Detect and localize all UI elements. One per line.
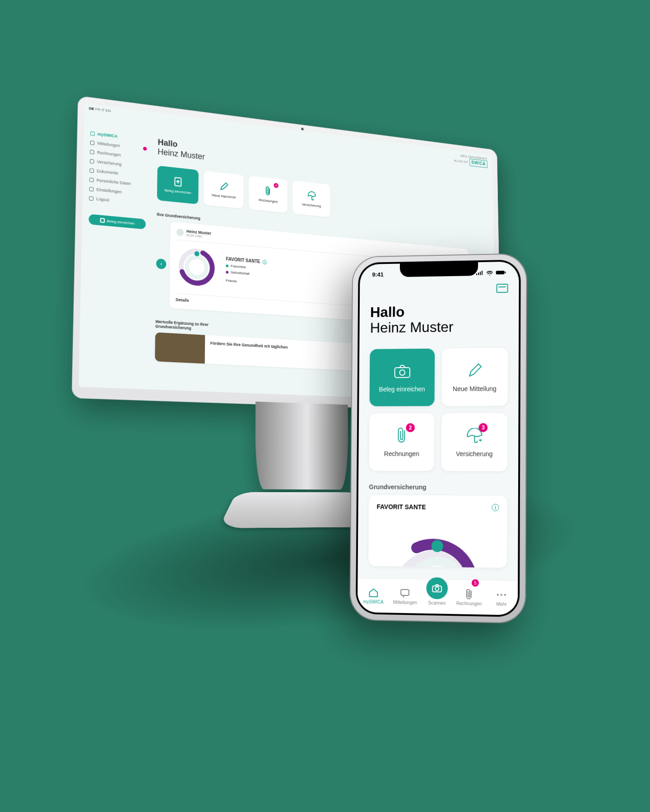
battery-icon <box>496 269 506 275</box>
tile-invoices[interactable]: 4 Rechnungen <box>249 175 288 213</box>
shield-icon <box>90 159 94 163</box>
badge: 4 <box>274 183 278 188</box>
monitor-stand <box>241 401 361 559</box>
badge: 2 <box>406 423 415 432</box>
paperclip-icon <box>264 186 273 197</box>
carousel-prev-button[interactable]: ‹ <box>156 258 166 269</box>
logout-icon <box>89 196 93 200</box>
webcam <box>301 128 303 130</box>
promo-title: Fördern Sie Ihre Gesundheit mit tägliche… <box>210 335 292 368</box>
insurance-section-label: Grundversicherung <box>369 484 507 492</box>
user-icon <box>89 177 94 182</box>
invoice-icon <box>90 149 94 154</box>
svg-point-9 <box>399 370 405 375</box>
tile-new-message[interactable]: Neue Mitteilung <box>441 348 508 406</box>
camera-icon <box>393 362 411 380</box>
legend-dot <box>226 271 228 273</box>
tile-submit-receipt[interactable]: Beleg einreichen <box>370 349 435 406</box>
status-time: 9:41 <box>372 271 383 278</box>
home-icon <box>368 587 379 598</box>
home-icon <box>90 131 95 136</box>
wifi-icon <box>486 270 493 275</box>
tab-mitteilungen[interactable]: Mitteilungen <box>389 579 421 613</box>
badge: 3 <box>478 423 488 432</box>
greeting-title: Hallo Heinz Muster <box>370 303 508 336</box>
svg-rect-0 <box>101 218 105 222</box>
promo-image <box>155 332 205 364</box>
tile-submit-receipt[interactable]: Beleg einreichen <box>157 166 199 204</box>
action-tiles: Beleg einreichen Neue Mitteilung 2 Rechn… <box>369 348 508 471</box>
svg-rect-11 <box>401 589 409 595</box>
badge: 5 <box>472 579 479 586</box>
tile-new-message[interactable]: Neue Nachricht <box>204 171 244 208</box>
document-icon <box>90 168 94 173</box>
svg-point-15 <box>501 594 502 595</box>
more-icon <box>496 589 507 600</box>
avatar <box>176 228 184 236</box>
pencil-icon <box>467 362 483 380</box>
svg-point-4 <box>187 256 207 278</box>
coverage-donut <box>388 516 487 568</box>
insurance-card[interactable]: FAVORIT SANTEi <box>368 495 507 568</box>
sidebar: mySWICA Mitteilungen Rechnungen Versiche… <box>79 103 153 389</box>
tab-more[interactable]: Mehr <box>485 581 518 615</box>
notification-badge <box>143 147 147 151</box>
svg-rect-8 <box>395 368 409 378</box>
coverage-donut <box>176 245 218 290</box>
upload-icon <box>173 176 183 187</box>
pencil-icon <box>219 181 228 192</box>
submit-receipt-button[interactable]: Beleg einreichen <box>88 214 146 229</box>
chat-icon <box>399 587 410 598</box>
svg-point-16 <box>504 594 506 595</box>
legend-dot <box>226 264 228 267</box>
phone-screen: 9:41 Hallo Heinz Muster Beleg <box>358 261 519 615</box>
upload-icon <box>100 218 105 223</box>
tab-rechnungen[interactable]: 5 Rechnungen <box>453 580 485 614</box>
tile-insurance[interactable]: 3 Versicherung <box>441 413 508 471</box>
phone-notch <box>400 262 478 277</box>
tab-myswica[interactable]: mySWICA <box>358 578 390 613</box>
phone-device: 9:41 Hallo Heinz Muster Beleg <box>350 254 526 623</box>
insurance-card-icon[interactable] <box>497 284 508 293</box>
svg-point-14 <box>497 594 499 595</box>
gear-icon <box>89 187 94 191</box>
tile-insurance[interactable]: Versicherung <box>292 180 330 217</box>
tab-bar: mySWICA Mitteilungen Scannen 5 Rechnunge… <box>358 578 518 615</box>
info-icon[interactable]: i <box>263 260 267 265</box>
umbrella-icon <box>307 190 316 201</box>
tile-invoices[interactable]: 2 Rechnungen <box>369 413 435 471</box>
chat-icon <box>90 140 95 145</box>
paperclip-icon <box>465 589 473 600</box>
svg-point-13 <box>435 586 439 590</box>
svg-rect-6 <box>496 271 505 274</box>
svg-rect-7 <box>505 271 506 273</box>
info-icon[interactable]: i <box>492 504 499 511</box>
plan-name: FAVORIT SANTEi <box>376 503 499 512</box>
tab-scan[interactable]: Scannen <box>421 568 453 614</box>
scan-button[interactable] <box>426 577 448 599</box>
